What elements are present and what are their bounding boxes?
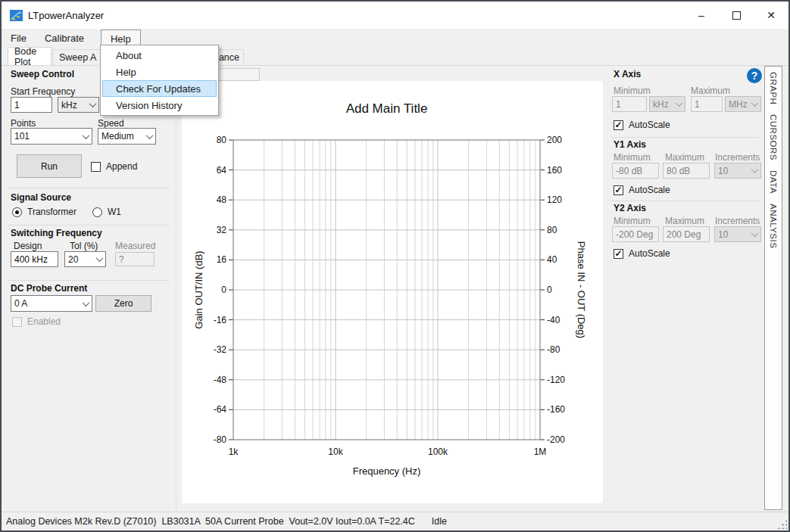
measured-label: Measured bbox=[115, 241, 155, 251]
radio-transformer[interactable]: Transformer bbox=[12, 207, 77, 217]
checkbox-checked-icon bbox=[614, 249, 623, 259]
run-button[interactable]: Run bbox=[17, 154, 82, 178]
svg-text:1k: 1k bbox=[229, 446, 239, 457]
start-frequency-input[interactable] bbox=[11, 97, 52, 113]
svg-text:10k: 10k bbox=[328, 446, 343, 457]
svg-text:Gain OUT/IN (dB): Gain OUT/IN (dB) bbox=[193, 250, 205, 328]
maximize-button[interactable] bbox=[719, 2, 754, 29]
side-tab-data[interactable]: DATA bbox=[769, 170, 778, 194]
y2-max-input bbox=[663, 226, 710, 242]
close-button[interactable]: ✕ bbox=[754, 2, 788, 29]
append-checkbox[interactable]: Append bbox=[91, 161, 137, 172]
svg-text:48: 48 bbox=[217, 194, 227, 205]
svg-text:-160: -160 bbox=[547, 404, 565, 415]
x-axis-title: X Axis bbox=[614, 69, 641, 79]
tol-select[interactable]: 20 bbox=[64, 251, 106, 267]
svg-text:-120: -120 bbox=[547, 375, 565, 385]
design-label: Design bbox=[14, 241, 42, 251]
checkbox-disabled-icon bbox=[12, 317, 22, 327]
svg-text:16: 16 bbox=[217, 254, 227, 265]
menu-calibrate[interactable]: Calibrate bbox=[36, 30, 93, 47]
signal-source-title: Signal Source bbox=[11, 192, 71, 203]
measured-input bbox=[115, 252, 155, 266]
chart-canvas: 1k10k100k1M8020064160481203280164000-16-… bbox=[182, 81, 603, 503]
svg-text:0: 0 bbox=[547, 285, 552, 295]
y1-axis-title: Y1 Axis bbox=[614, 139, 646, 150]
switching-frequency-title: Switching Frequency bbox=[11, 228, 102, 238]
y1-increments-select: 10 bbox=[714, 163, 761, 179]
svg-text:-16: -16 bbox=[214, 315, 227, 325]
side-tab-graph[interactable]: GRAPH bbox=[769, 72, 778, 104]
svg-text:100k: 100k bbox=[428, 446, 448, 457]
minimize-icon: – bbox=[698, 9, 704, 21]
minimize-button[interactable]: – bbox=[684, 2, 719, 29]
x-min-input bbox=[612, 96, 647, 112]
x-max-input bbox=[691, 96, 723, 112]
chevron-down-icon bbox=[146, 132, 154, 139]
status-bar: Analog Devices M2k Rev.D (Z7010) LB3031A… bbox=[2, 512, 788, 530]
y1-increments-label: Increments bbox=[715, 152, 760, 163]
y2-increments-select: 10 bbox=[714, 226, 761, 242]
maximize-icon bbox=[732, 11, 741, 20]
graph-panel: 1k10k100k1M8020064160481203280164000-16-… bbox=[176, 66, 607, 512]
start-frequency-unit-select[interactable]: kHz bbox=[58, 97, 99, 113]
y2-axis-title: Y2 Axis bbox=[614, 203, 646, 213]
svg-text:-80: -80 bbox=[547, 344, 560, 355]
dc-probe-current-select[interactable]: 0 A bbox=[11, 295, 92, 312]
svg-text:80: 80 bbox=[217, 135, 227, 145]
app-icon bbox=[10, 10, 23, 21]
svg-text:160: 160 bbox=[547, 165, 562, 176]
svg-text:64: 64 bbox=[217, 165, 227, 176]
zero-button[interactable]: Zero bbox=[95, 295, 151, 312]
chevron-down-icon bbox=[676, 99, 683, 107]
chevron-down-icon bbox=[89, 100, 97, 107]
svg-text:-32: -32 bbox=[214, 344, 227, 355]
resize-grip-icon[interactable] bbox=[777, 519, 787, 529]
y2-min-input bbox=[612, 226, 659, 242]
separator bbox=[8, 280, 168, 281]
menu-item-version-history[interactable]: Version History bbox=[102, 97, 217, 114]
separator bbox=[610, 201, 759, 201]
radio-unselected-icon bbox=[92, 207, 102, 217]
y1-autoscale-checkbox[interactable]: AutoScale bbox=[614, 185, 670, 195]
chevron-down-icon bbox=[751, 99, 759, 107]
points-select[interactable]: 101 bbox=[11, 128, 92, 145]
title-bar: LTpowerAnalyzer – ✕ bbox=[2, 2, 788, 29]
dc-probe-title: DC Probe Current bbox=[11, 283, 87, 294]
speed-label: Speed bbox=[98, 118, 124, 129]
y2-increments-label: Increments bbox=[715, 216, 760, 226]
tab-bode-plot[interactable]: Bode Plot bbox=[8, 47, 52, 65]
svg-text:80: 80 bbox=[547, 225, 557, 235]
start-frequency-label: Start Frequency bbox=[11, 86, 75, 97]
svg-text:40: 40 bbox=[547, 254, 557, 265]
sweep-sidebar: Sweep Control Start Frequency kHz Points… bbox=[2, 66, 176, 512]
y1-min-input bbox=[612, 163, 659, 179]
help-icon[interactable]: ? bbox=[747, 68, 762, 83]
svg-text:Phase IN - OUT (Deg): Phase IN - OUT (Deg) bbox=[576, 241, 587, 338]
menu-item-about[interactable]: About bbox=[102, 47, 217, 64]
x-autoscale-checkbox[interactable]: AutoScale bbox=[614, 120, 670, 130]
y2-autoscale-checkbox[interactable]: AutoScale bbox=[614, 248, 670, 259]
svg-text:200: 200 bbox=[547, 135, 562, 145]
y2-max-label: Maximum bbox=[665, 216, 704, 226]
menu-item-check-for-updates[interactable]: Check For Updates bbox=[102, 80, 217, 97]
y1-min-label: Minimum bbox=[614, 152, 651, 163]
window-title: LTpowerAnalyzer bbox=[28, 10, 104, 21]
sweep-control-title: Sweep Control bbox=[11, 69, 74, 79]
menu-file[interactable]: File bbox=[2, 30, 36, 47]
design-input[interactable] bbox=[11, 251, 58, 267]
x-min-unit-select: kHz bbox=[649, 96, 685, 112]
radio-w1[interactable]: W1 bbox=[92, 207, 121, 217]
speed-select[interactable]: Medium bbox=[98, 128, 156, 145]
checkbox-unchecked-icon bbox=[91, 162, 101, 172]
menu-item-help[interactable]: Help bbox=[102, 64, 217, 80]
close-icon: ✕ bbox=[767, 9, 776, 21]
side-tab-cursors[interactable]: CURSORS bbox=[769, 114, 778, 160]
chevron-down-icon bbox=[83, 299, 90, 306]
side-tab-analysis[interactable]: ANALYSIS bbox=[769, 204, 778, 248]
bode-plot-chart: 1k10k100k1M8020064160481203280164000-16-… bbox=[182, 81, 603, 503]
separator bbox=[8, 225, 168, 226]
svg-text:-80: -80 bbox=[214, 434, 227, 445]
chevron-down-icon bbox=[751, 166, 759, 173]
svg-text:-200: -200 bbox=[547, 434, 565, 445]
